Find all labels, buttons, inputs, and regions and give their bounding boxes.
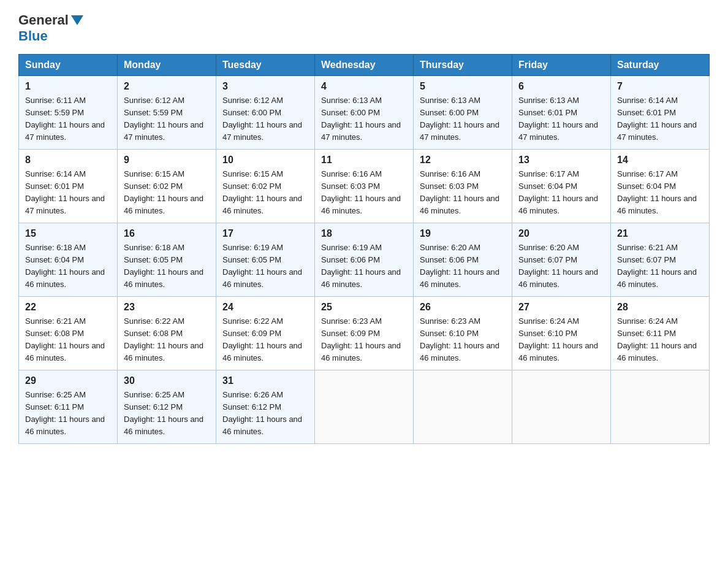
day-number: 14 [617, 155, 703, 166]
calendar-cell: 2 Sunrise: 6:12 AMSunset: 5:59 PMDayligh… [118, 76, 216, 150]
day-number: 28 [617, 302, 703, 313]
day-number: 31 [222, 375, 308, 386]
calendar-cell: 14 Sunrise: 6:17 AMSunset: 6:04 PMDaylig… [611, 150, 710, 223]
calendar-cell: 22 Sunrise: 6:21 AMSunset: 6:08 PMDaylig… [19, 297, 118, 370]
day-info: Sunrise: 6:21 AMSunset: 6:08 PMDaylight:… [25, 316, 105, 362]
calendar-cell: 18 Sunrise: 6:19 AMSunset: 6:06 PMDaylig… [315, 223, 414, 297]
day-info: Sunrise: 6:20 AMSunset: 6:07 PMDaylight:… [518, 243, 598, 289]
calendar-cell: 24 Sunrise: 6:22 AMSunset: 6:09 PMDaylig… [216, 297, 315, 370]
header-wednesday: Wednesday [315, 55, 414, 76]
day-number: 26 [420, 302, 506, 313]
day-info: Sunrise: 6:25 AMSunset: 6:11 PMDaylight:… [25, 390, 105, 436]
day-number: 17 [222, 228, 308, 239]
calendar-cell: 6 Sunrise: 6:13 AMSunset: 6:01 PMDayligh… [512, 76, 611, 150]
day-info: Sunrise: 6:19 AMSunset: 6:05 PMDaylight:… [222, 243, 302, 289]
day-info: Sunrise: 6:16 AMSunset: 6:03 PMDaylight:… [420, 169, 499, 215]
day-info: Sunrise: 6:13 AMSunset: 6:00 PMDaylight:… [420, 96, 499, 142]
day-number: 2 [124, 81, 210, 92]
day-info: Sunrise: 6:13 AMSunset: 6:00 PMDaylight:… [321, 96, 401, 142]
calendar-cell: 15 Sunrise: 6:18 AMSunset: 6:04 PMDaylig… [19, 223, 118, 297]
calendar-cell: 3 Sunrise: 6:12 AMSunset: 6:00 PMDayligh… [216, 76, 315, 150]
day-info: Sunrise: 6:23 AMSunset: 6:10 PMDaylight:… [420, 316, 499, 362]
day-info: Sunrise: 6:19 AMSunset: 6:06 PMDaylight:… [321, 243, 401, 289]
calendar-cell: 4 Sunrise: 6:13 AMSunset: 6:00 PMDayligh… [315, 76, 414, 150]
day-number: 3 [222, 81, 308, 92]
calendar-cell: 20 Sunrise: 6:20 AMSunset: 6:07 PMDaylig… [512, 223, 611, 297]
calendar-cell: 30 Sunrise: 6:25 AMSunset: 6:12 PMDaylig… [118, 370, 216, 444]
day-info: Sunrise: 6:12 AMSunset: 6:00 PMDaylight:… [222, 96, 302, 142]
calendar-cell: 7 Sunrise: 6:14 AMSunset: 6:01 PMDayligh… [611, 76, 710, 150]
calendar-week-row: 22 Sunrise: 6:21 AMSunset: 6:08 PMDaylig… [19, 297, 710, 370]
day-number: 16 [124, 228, 210, 239]
day-info: Sunrise: 6:22 AMSunset: 6:09 PMDaylight:… [222, 316, 302, 362]
day-info: Sunrise: 6:16 AMSunset: 6:03 PMDaylight:… [321, 169, 401, 215]
calendar-cell: 11 Sunrise: 6:16 AMSunset: 6:03 PMDaylig… [315, 150, 414, 223]
header-tuesday: Tuesday [216, 55, 315, 76]
calendar-cell: 26 Sunrise: 6:23 AMSunset: 6:10 PMDaylig… [414, 297, 512, 370]
day-info: Sunrise: 6:15 AMSunset: 6:02 PMDaylight:… [124, 169, 203, 215]
day-info: Sunrise: 6:24 AMSunset: 6:11 PMDaylight:… [617, 316, 697, 362]
calendar-week-row: 1 Sunrise: 6:11 AMSunset: 5:59 PMDayligh… [19, 76, 710, 150]
day-number: 6 [518, 81, 604, 92]
day-number: 5 [420, 81, 506, 92]
calendar-cell [611, 370, 710, 444]
calendar-week-row: 15 Sunrise: 6:18 AMSunset: 6:04 PMDaylig… [19, 223, 710, 297]
calendar-week-row: 29 Sunrise: 6:25 AMSunset: 6:11 PMDaylig… [19, 370, 710, 444]
calendar-cell: 28 Sunrise: 6:24 AMSunset: 6:11 PMDaylig… [611, 297, 710, 370]
calendar-cell: 12 Sunrise: 6:16 AMSunset: 6:03 PMDaylig… [414, 150, 512, 223]
calendar-table: SundayMondayTuesdayWednesdayThursdayFrid… [18, 54, 710, 444]
calendar-cell: 13 Sunrise: 6:17 AMSunset: 6:04 PMDaylig… [512, 150, 611, 223]
header-thursday: Thursday [414, 55, 512, 76]
page-header: General Blue [18, 12, 710, 44]
day-number: 22 [25, 302, 111, 313]
day-number: 9 [124, 155, 210, 166]
calendar-cell: 17 Sunrise: 6:19 AMSunset: 6:05 PMDaylig… [216, 223, 315, 297]
day-info: Sunrise: 6:13 AMSunset: 6:01 PMDaylight:… [518, 96, 598, 142]
day-number: 23 [124, 302, 210, 313]
calendar-cell: 29 Sunrise: 6:25 AMSunset: 6:11 PMDaylig… [19, 370, 118, 444]
header-saturday: Saturday [611, 55, 710, 76]
day-info: Sunrise: 6:17 AMSunset: 6:04 PMDaylight:… [617, 169, 697, 215]
day-info: Sunrise: 6:23 AMSunset: 6:09 PMDaylight:… [321, 316, 401, 362]
calendar-cell [414, 370, 512, 444]
header-monday: Monday [118, 55, 216, 76]
logo-general: General [18, 12, 69, 28]
day-number: 4 [321, 81, 407, 92]
day-number: 1 [25, 81, 111, 92]
logo-blue: Blue [18, 28, 48, 44]
day-number: 8 [25, 155, 111, 166]
day-info: Sunrise: 6:14 AMSunset: 6:01 PMDaylight:… [25, 169, 105, 215]
day-number: 7 [617, 81, 703, 92]
day-number: 12 [420, 155, 506, 166]
calendar-cell: 27 Sunrise: 6:24 AMSunset: 6:10 PMDaylig… [512, 297, 611, 370]
day-info: Sunrise: 6:14 AMSunset: 6:01 PMDaylight:… [617, 96, 697, 142]
logo-triangle-icon [71, 15, 83, 25]
day-number: 11 [321, 155, 407, 166]
day-number: 20 [518, 228, 604, 239]
day-number: 27 [518, 302, 604, 313]
day-number: 10 [222, 155, 308, 166]
day-info: Sunrise: 6:18 AMSunset: 6:05 PMDaylight:… [124, 243, 203, 289]
day-info: Sunrise: 6:26 AMSunset: 6:12 PMDaylight:… [222, 390, 302, 436]
calendar-cell: 31 Sunrise: 6:26 AMSunset: 6:12 PMDaylig… [216, 370, 315, 444]
logo-line2: Blue [18, 28, 48, 44]
logo: General Blue [18, 12, 85, 44]
header-friday: Friday [512, 55, 611, 76]
header-sunday: Sunday [19, 55, 118, 76]
day-info: Sunrise: 6:18 AMSunset: 6:04 PMDaylight:… [25, 243, 105, 289]
day-info: Sunrise: 6:20 AMSunset: 6:06 PMDaylight:… [420, 243, 499, 289]
calendar-cell: 19 Sunrise: 6:20 AMSunset: 6:06 PMDaylig… [414, 223, 512, 297]
calendar-cell [315, 370, 414, 444]
day-number: 13 [518, 155, 604, 166]
day-info: Sunrise: 6:17 AMSunset: 6:04 PMDaylight:… [518, 169, 598, 215]
day-info: Sunrise: 6:22 AMSunset: 6:08 PMDaylight:… [124, 316, 203, 362]
calendar-cell: 21 Sunrise: 6:21 AMSunset: 6:07 PMDaylig… [611, 223, 710, 297]
calendar-cell: 9 Sunrise: 6:15 AMSunset: 6:02 PMDayligh… [118, 150, 216, 223]
logo-text: General [18, 12, 85, 28]
day-number: 29 [25, 375, 111, 386]
day-number: 21 [617, 228, 703, 239]
calendar-cell: 16 Sunrise: 6:18 AMSunset: 6:05 PMDaylig… [118, 223, 216, 297]
calendar-cell: 5 Sunrise: 6:13 AMSunset: 6:00 PMDayligh… [414, 76, 512, 150]
calendar-cell: 23 Sunrise: 6:22 AMSunset: 6:08 PMDaylig… [118, 297, 216, 370]
calendar-cell [512, 370, 611, 444]
